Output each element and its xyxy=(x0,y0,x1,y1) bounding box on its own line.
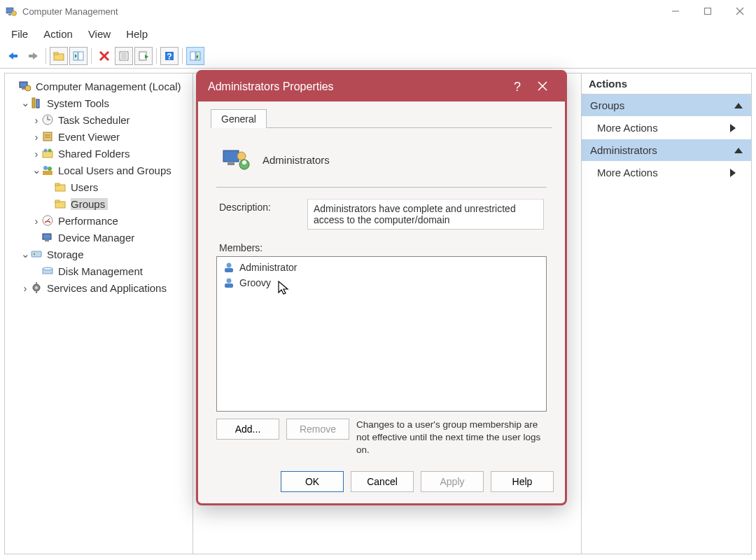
window-titlebar: Computer Management xyxy=(0,0,756,22)
menu-file[interactable]: File xyxy=(4,25,35,43)
svg-rect-32 xyxy=(32,98,35,108)
tree-storage[interactable]: ⌄ Storage xyxy=(8,246,190,262)
add-button[interactable]: Add... xyxy=(216,419,279,440)
chevron-down-icon[interactable]: ⌄ xyxy=(31,164,41,176)
export-list-button[interactable] xyxy=(134,47,153,65)
properties-button[interactable] xyxy=(115,47,133,65)
cancel-button[interactable]: Cancel xyxy=(351,471,414,492)
storage-icon xyxy=(30,248,43,260)
system-tools-icon xyxy=(30,97,43,109)
device-manager-icon xyxy=(41,231,54,244)
help-button[interactable]: ? xyxy=(160,47,178,65)
dialog-help-button[interactable]: ? xyxy=(505,80,530,94)
remove-button[interactable]: Remove xyxy=(286,419,349,440)
minimize-button[interactable] xyxy=(659,0,692,22)
svg-marker-7 xyxy=(8,52,13,59)
chevron-right-icon xyxy=(730,124,736,132)
event-viewer-icon xyxy=(41,130,54,143)
member-item[interactable]: Administrator xyxy=(220,260,543,275)
tree-services-apps[interactable]: › Services and Applications xyxy=(8,279,190,296)
svg-rect-26 xyxy=(190,52,195,60)
svg-point-55 xyxy=(34,253,35,255)
menu-view[interactable]: View xyxy=(81,25,118,43)
tree-event-viewer[interactable]: › Event Viewer xyxy=(8,128,190,145)
svg-rect-45 xyxy=(43,171,52,175)
tree-device-manager[interactable]: Device Manager xyxy=(8,229,190,246)
svg-point-69 xyxy=(227,263,232,268)
svg-rect-33 xyxy=(36,99,39,108)
chevron-right-icon[interactable]: › xyxy=(31,114,41,126)
folder-icon xyxy=(54,181,66,193)
description-field[interactable]: Administrators have complete and unrestr… xyxy=(307,199,544,230)
svg-point-41 xyxy=(44,149,48,153)
forward-button[interactable] xyxy=(24,47,42,65)
dialog-close-button[interactable] xyxy=(530,80,555,94)
member-item[interactable]: Groovy xyxy=(220,275,543,290)
svg-rect-52 xyxy=(43,234,51,239)
close-button[interactable] xyxy=(724,0,756,22)
toolbar: ? xyxy=(0,46,756,69)
apply-button[interactable]: Apply xyxy=(421,471,484,492)
computer-management-icon xyxy=(19,80,31,92)
svg-rect-54 xyxy=(31,251,41,257)
tree-root[interactable]: Computer Management (Local) xyxy=(8,78,190,94)
svg-rect-4 xyxy=(705,8,711,15)
menu-help[interactable]: Help xyxy=(119,25,155,43)
tree-performance[interactable]: › Performance xyxy=(8,212,190,229)
tree-task-scheduler[interactable]: › Task Scheduler xyxy=(8,111,190,128)
show-hide-tree-button[interactable] xyxy=(69,47,88,65)
svg-rect-53 xyxy=(45,240,49,241)
actions-section-groups[interactable]: Groups xyxy=(582,94,751,116)
dialog-help-footer-button[interactable]: Help xyxy=(491,471,554,492)
chevron-down-icon[interactable]: ⌄ xyxy=(20,248,30,260)
tree-groups[interactable]: Groups xyxy=(8,195,190,212)
maximize-button[interactable] xyxy=(692,0,724,22)
svg-point-59 xyxy=(35,286,38,289)
tree-shared-folders[interactable]: › Shared Folders xyxy=(8,145,190,162)
chevron-right-icon[interactable]: › xyxy=(31,215,41,227)
svg-point-2 xyxy=(12,11,17,16)
properties-dialog: Administrators Properties ? General Admi… xyxy=(196,70,567,505)
services-icon xyxy=(30,281,43,294)
tree-local-users-groups[interactable]: ⌄ Local Users and Groups xyxy=(8,162,190,178)
svg-point-43 xyxy=(43,166,48,170)
back-button[interactable] xyxy=(4,47,22,65)
svg-point-68 xyxy=(242,160,246,164)
svg-rect-12 xyxy=(54,52,58,55)
clock-icon xyxy=(41,113,54,126)
svg-point-57 xyxy=(43,267,52,270)
svg-rect-14 xyxy=(78,52,83,60)
chevron-right-icon[interactable]: › xyxy=(20,282,30,294)
members-list[interactable]: Administrator Groovy xyxy=(216,256,547,412)
chevron-right-icon xyxy=(730,169,736,177)
tab-general[interactable]: General xyxy=(211,109,267,128)
action-pane-toggle[interactable] xyxy=(186,47,204,65)
tree-system-tools[interactable]: ⌄ System Tools xyxy=(8,94,190,111)
ok-button[interactable]: OK xyxy=(281,471,344,492)
actions-section-administrators[interactable]: Administrators xyxy=(582,139,751,161)
svg-rect-10 xyxy=(29,55,34,57)
folder-button[interactable] xyxy=(50,47,68,65)
chevron-right-icon[interactable]: › xyxy=(31,148,41,160)
svg-rect-1 xyxy=(8,14,11,15)
navigation-tree[interactable]: Computer Management (Local) ⌄ System Too… xyxy=(4,73,193,554)
chevron-right-icon[interactable]: › xyxy=(31,131,41,143)
actions-more-groups[interactable]: More Actions xyxy=(582,116,751,139)
actions-title: Actions xyxy=(582,74,751,94)
delete-button[interactable] xyxy=(95,47,113,65)
svg-rect-8 xyxy=(13,55,18,57)
svg-rect-30 xyxy=(22,88,25,90)
actions-more-administrators[interactable]: More Actions xyxy=(582,161,751,184)
members-label: Members: xyxy=(216,237,547,256)
app-icon xyxy=(6,6,17,17)
svg-point-42 xyxy=(48,149,52,153)
shared-folders-icon xyxy=(41,147,54,160)
svg-point-66 xyxy=(237,152,246,160)
svg-point-31 xyxy=(25,85,31,91)
tree-users[interactable]: Users xyxy=(8,178,190,195)
tree-disk-management[interactable]: Disk Management xyxy=(8,262,190,279)
performance-icon xyxy=(41,214,54,227)
menu-action[interactable]: Action xyxy=(36,25,80,43)
chevron-down-icon[interactable]: ⌄ xyxy=(20,97,30,109)
actions-pane: Actions Groups More Actions Administrato… xyxy=(581,73,752,554)
